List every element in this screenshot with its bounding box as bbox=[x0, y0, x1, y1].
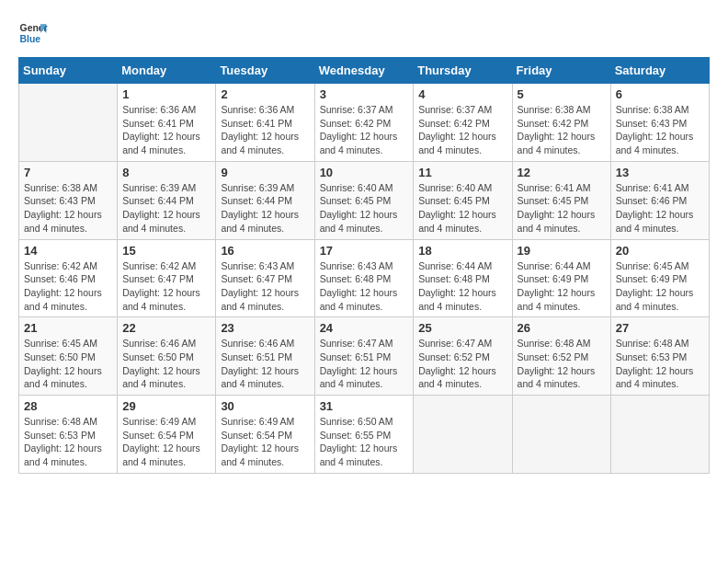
calendar-cell: 12Sunrise: 6:41 AMSunset: 6:45 PMDayligh… bbox=[512, 161, 610, 239]
calendar-cell: 2Sunrise: 6:36 AMSunset: 6:41 PMDaylight… bbox=[216, 84, 314, 162]
calendar-cell: 25Sunrise: 6:47 AMSunset: 6:52 PMDayligh… bbox=[414, 317, 512, 396]
day-number: 15 bbox=[122, 244, 210, 258]
calendar-cell: 10Sunrise: 6:40 AMSunset: 6:45 PMDayligh… bbox=[314, 161, 414, 239]
calendar-week-5: 28Sunrise: 6:48 AMSunset: 6:53 PMDayligh… bbox=[19, 396, 710, 474]
day-number: 28 bbox=[24, 399, 112, 413]
calendar-table: SundayMondayTuesdayWednesdayThursdayFrid… bbox=[18, 57, 710, 474]
day-number: 27 bbox=[616, 321, 704, 335]
calendar-week-4: 21Sunrise: 6:45 AMSunset: 6:50 PMDayligh… bbox=[19, 317, 710, 396]
calendar-cell: 6Sunrise: 6:38 AMSunset: 6:43 PMDaylight… bbox=[610, 84, 709, 162]
day-info: Sunrise: 6:39 AMSunset: 6:44 PMDaylight:… bbox=[122, 181, 210, 236]
svg-text:Blue: Blue bbox=[20, 34, 41, 44]
day-number: 29 bbox=[122, 399, 210, 413]
day-info: Sunrise: 6:45 AMSunset: 6:49 PMDaylight:… bbox=[616, 259, 704, 314]
day-info: Sunrise: 6:37 AMSunset: 6:42 PMDaylight:… bbox=[320, 103, 409, 157]
day-info: Sunrise: 6:43 AMSunset: 6:47 PMDaylight:… bbox=[221, 259, 309, 314]
day-info: Sunrise: 6:44 AMSunset: 6:48 PMDaylight:… bbox=[418, 259, 506, 314]
day-info: Sunrise: 6:44 AMSunset: 6:49 PMDaylight:… bbox=[518, 259, 606, 314]
calendar-cell bbox=[414, 396, 512, 474]
day-number: 20 bbox=[616, 244, 704, 258]
day-number: 16 bbox=[221, 244, 309, 258]
calendar-cell: 30Sunrise: 6:49 AMSunset: 6:54 PMDayligh… bbox=[216, 396, 314, 474]
calendar-cell: 27Sunrise: 6:48 AMSunset: 6:53 PMDayligh… bbox=[610, 317, 709, 396]
calendar-cell: 18Sunrise: 6:44 AMSunset: 6:48 PMDayligh… bbox=[414, 239, 512, 317]
day-info: Sunrise: 6:49 AMSunset: 6:54 PMDaylight:… bbox=[221, 415, 309, 469]
day-number: 4 bbox=[418, 87, 506, 101]
day-info: Sunrise: 6:47 AMSunset: 6:52 PMDaylight:… bbox=[418, 337, 506, 391]
day-info: Sunrise: 6:38 AMSunset: 6:43 PMDaylight:… bbox=[616, 103, 704, 157]
day-info: Sunrise: 6:43 AMSunset: 6:48 PMDaylight:… bbox=[320, 259, 409, 314]
calendar-header-thursday: Thursday bbox=[414, 58, 512, 84]
calendar-cell: 26Sunrise: 6:48 AMSunset: 6:52 PMDayligh… bbox=[512, 317, 610, 396]
day-info: Sunrise: 6:38 AMSunset: 6:42 PMDaylight:… bbox=[518, 103, 606, 157]
calendar-header-row: SundayMondayTuesdayWednesdayThursdayFrid… bbox=[19, 58, 710, 84]
day-info: Sunrise: 6:36 AMSunset: 6:41 PMDaylight:… bbox=[221, 103, 309, 157]
day-number: 23 bbox=[221, 321, 309, 335]
day-number: 14 bbox=[24, 244, 112, 258]
day-number: 2 bbox=[221, 87, 309, 101]
day-number: 13 bbox=[616, 166, 704, 179]
calendar-cell: 9Sunrise: 6:39 AMSunset: 6:44 PMDaylight… bbox=[216, 161, 314, 239]
day-info: Sunrise: 6:42 AMSunset: 6:46 PMDaylight:… bbox=[24, 259, 112, 314]
calendar-cell bbox=[610, 396, 709, 474]
calendar-cell: 31Sunrise: 6:50 AMSunset: 6:55 PMDayligh… bbox=[314, 396, 414, 474]
calendar-week-3: 14Sunrise: 6:42 AMSunset: 6:46 PMDayligh… bbox=[19, 239, 710, 317]
day-number: 30 bbox=[221, 399, 309, 413]
day-info: Sunrise: 6:50 AMSunset: 6:55 PMDaylight:… bbox=[320, 415, 409, 469]
day-info: Sunrise: 6:40 AMSunset: 6:45 PMDaylight:… bbox=[418, 181, 506, 236]
day-number: 24 bbox=[320, 321, 409, 335]
day-info: Sunrise: 6:48 AMSunset: 6:53 PMDaylight:… bbox=[616, 337, 704, 391]
calendar-header-tuesday: Tuesday bbox=[216, 58, 314, 84]
day-number: 11 bbox=[418, 166, 506, 179]
day-info: Sunrise: 6:45 AMSunset: 6:50 PMDaylight:… bbox=[24, 337, 112, 391]
day-number: 26 bbox=[518, 321, 606, 335]
day-number: 17 bbox=[320, 244, 409, 258]
day-number: 10 bbox=[320, 166, 409, 179]
day-info: Sunrise: 6:38 AMSunset: 6:43 PMDaylight:… bbox=[24, 181, 112, 236]
day-number: 19 bbox=[518, 244, 606, 258]
day-number: 12 bbox=[518, 166, 606, 179]
calendar-cell: 1Sunrise: 6:36 AMSunset: 6:41 PMDaylight… bbox=[118, 84, 216, 162]
calendar-cell: 17Sunrise: 6:43 AMSunset: 6:48 PMDayligh… bbox=[314, 239, 414, 317]
calendar-week-2: 7Sunrise: 6:38 AMSunset: 6:43 PMDaylight… bbox=[19, 161, 710, 239]
day-info: Sunrise: 6:46 AMSunset: 6:50 PMDaylight:… bbox=[122, 337, 210, 391]
calendar-cell: 16Sunrise: 6:43 AMSunset: 6:47 PMDayligh… bbox=[216, 239, 314, 317]
day-info: Sunrise: 6:37 AMSunset: 6:42 PMDaylight:… bbox=[418, 103, 506, 157]
day-info: Sunrise: 6:49 AMSunset: 6:54 PMDaylight:… bbox=[122, 415, 210, 469]
calendar-cell: 3Sunrise: 6:37 AMSunset: 6:42 PMDaylight… bbox=[314, 84, 414, 162]
calendar-cell: 28Sunrise: 6:48 AMSunset: 6:53 PMDayligh… bbox=[19, 396, 118, 474]
calendar-week-1: 1Sunrise: 6:36 AMSunset: 6:41 PMDaylight… bbox=[19, 84, 710, 162]
calendar-header-wednesday: Wednesday bbox=[314, 58, 414, 84]
calendar-header-saturday: Saturday bbox=[610, 58, 709, 84]
calendar-header-sunday: Sunday bbox=[19, 58, 118, 84]
day-number: 7 bbox=[24, 166, 112, 179]
day-number: 1 bbox=[122, 87, 210, 101]
day-info: Sunrise: 6:39 AMSunset: 6:44 PMDaylight:… bbox=[221, 181, 309, 236]
day-info: Sunrise: 6:42 AMSunset: 6:47 PMDaylight:… bbox=[122, 259, 210, 314]
calendar-cell: 23Sunrise: 6:46 AMSunset: 6:51 PMDayligh… bbox=[216, 317, 314, 396]
day-info: Sunrise: 6:48 AMSunset: 6:52 PMDaylight:… bbox=[518, 337, 606, 391]
day-number: 5 bbox=[518, 87, 606, 101]
calendar-cell: 4Sunrise: 6:37 AMSunset: 6:42 PMDaylight… bbox=[414, 84, 512, 162]
calendar-cell: 8Sunrise: 6:39 AMSunset: 6:44 PMDaylight… bbox=[118, 161, 216, 239]
page-header: General Blue bbox=[18, 18, 710, 48]
calendar-cell: 19Sunrise: 6:44 AMSunset: 6:49 PMDayligh… bbox=[512, 239, 610, 317]
day-info: Sunrise: 6:40 AMSunset: 6:45 PMDaylight:… bbox=[320, 181, 409, 236]
calendar-cell: 20Sunrise: 6:45 AMSunset: 6:49 PMDayligh… bbox=[610, 239, 709, 317]
day-number: 8 bbox=[122, 166, 210, 179]
day-number: 18 bbox=[418, 244, 506, 258]
logo-icon: General Blue bbox=[18, 18, 48, 48]
day-number: 31 bbox=[320, 399, 409, 413]
calendar-cell: 14Sunrise: 6:42 AMSunset: 6:46 PMDayligh… bbox=[19, 239, 118, 317]
calendar-cell: 11Sunrise: 6:40 AMSunset: 6:45 PMDayligh… bbox=[414, 161, 512, 239]
day-number: 22 bbox=[122, 321, 210, 335]
logo: General Blue bbox=[18, 18, 48, 48]
calendar-cell bbox=[512, 396, 610, 474]
calendar-header-friday: Friday bbox=[512, 58, 610, 84]
calendar-cell: 24Sunrise: 6:47 AMSunset: 6:51 PMDayligh… bbox=[314, 317, 414, 396]
day-info: Sunrise: 6:46 AMSunset: 6:51 PMDaylight:… bbox=[221, 337, 309, 391]
day-info: Sunrise: 6:41 AMSunset: 6:45 PMDaylight:… bbox=[518, 181, 606, 236]
day-number: 21 bbox=[24, 321, 112, 335]
calendar-cell bbox=[19, 84, 118, 162]
day-number: 9 bbox=[221, 166, 309, 179]
